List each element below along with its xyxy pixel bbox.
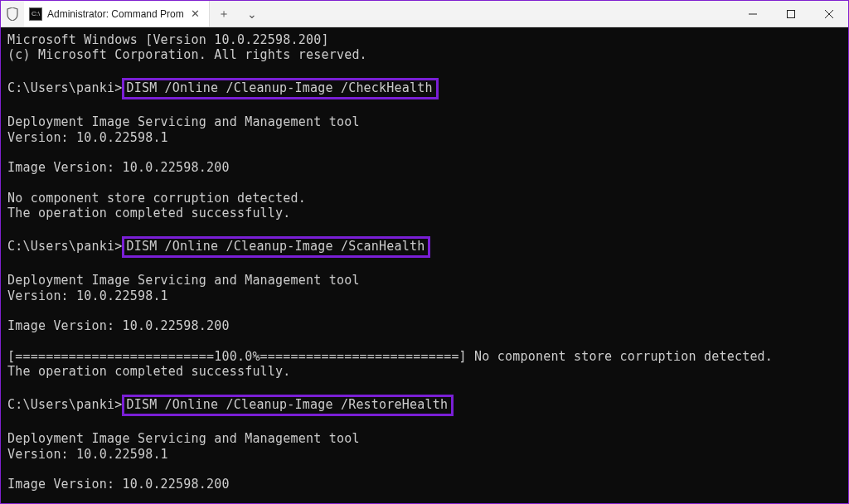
output-line: (c) Microsoft Corporation. All rights re… bbox=[7, 47, 367, 62]
tab-dropdown-button[interactable]: ⌄ bbox=[238, 1, 266, 27]
titlebar-drag-region[interactable] bbox=[266, 1, 734, 27]
close-window-button[interactable] bbox=[810, 1, 848, 27]
cmd-icon: C:\ bbox=[29, 7, 42, 21]
highlighted-command-scanhealth: DISM /Online /Cleanup-Image /ScanHealth bbox=[122, 236, 430, 258]
new-tab-button[interactable]: ＋ bbox=[210, 1, 238, 27]
output-line: The operation completed successfully. bbox=[7, 364, 291, 379]
highlighted-command-checkhealth: DISM /Online /Cleanup-Image /CheckHealth bbox=[122, 78, 438, 99]
tabbar-actions: ＋ ⌄ bbox=[210, 1, 266, 27]
output-line: Image Version: 10.0.22598.200 bbox=[7, 160, 230, 175]
tab-command-prompt[interactable]: C:\ Administrator: Command Prom ✕ bbox=[24, 1, 210, 27]
output-line: Version: 10.0.22598.1 bbox=[7, 288, 168, 303]
output-line: Deployment Image Servicing and Managemen… bbox=[7, 431, 360, 446]
output-line: Deployment Image Servicing and Managemen… bbox=[7, 273, 360, 288]
browser-shield-icon[interactable] bbox=[1, 1, 24, 27]
maximize-button[interactable] bbox=[772, 1, 810, 27]
output-line: [==========================100.0%=======… bbox=[7, 349, 773, 364]
output-line: Microsoft Windows [Version 10.0.22598.20… bbox=[7, 32, 329, 47]
output-line: No component store corruption detected. bbox=[7, 191, 306, 206]
output-line: The operation completed successfully. bbox=[7, 206, 291, 220]
prompt-path: C:\Users\panki> bbox=[7, 80, 122, 95]
tab-title: Administrator: Command Prom bbox=[47, 8, 184, 20]
svg-rect-1 bbox=[788, 10, 795, 17]
tab-close-button[interactable]: ✕ bbox=[189, 7, 202, 21]
output-line: Image Version: 10.0.22598.200 bbox=[7, 318, 230, 333]
titlebar: C:\ Administrator: Command Prom ✕ ＋ ⌄ bbox=[1, 1, 848, 27]
window-controls bbox=[734, 1, 848, 27]
prompt-path: C:\Users\panki> bbox=[7, 239, 122, 254]
terminal-output[interactable]: Microsoft Windows [Version 10.0.22598.20… bbox=[1, 27, 848, 503]
window: C:\ Administrator: Command Prom ✕ ＋ ⌄ Mi… bbox=[1, 1, 848, 503]
output-line: Version: 10.0.22598.1 bbox=[7, 447, 168, 462]
minimize-button[interactable] bbox=[734, 1, 772, 27]
output-line: Image Version: 10.0.22598.200 bbox=[7, 477, 230, 492]
output-line: Version: 10.0.22598.1 bbox=[7, 130, 168, 145]
output-line: Deployment Image Servicing and Managemen… bbox=[7, 114, 360, 129]
prompt-path: C:\Users\panki> bbox=[7, 397, 122, 412]
highlighted-command-restorehealth: DISM /Online /Cleanup-Image /RestoreHeal… bbox=[122, 395, 454, 416]
